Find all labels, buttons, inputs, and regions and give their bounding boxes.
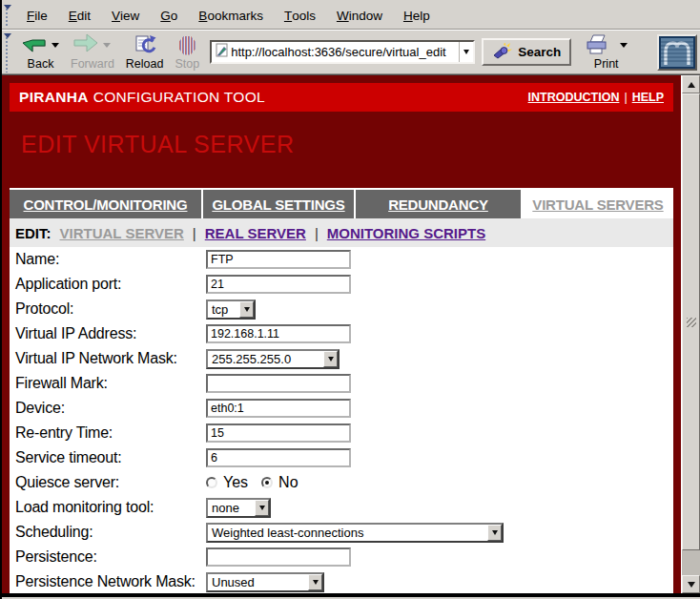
form-row: Firewall Mark: xyxy=(15,371,673,396)
navigation-toolbar: Back Forward xyxy=(2,30,700,74)
scrollbar-thumb[interactable] xyxy=(682,93,700,550)
device-input[interactable] xyxy=(206,399,351,418)
window-bottom-border xyxy=(2,593,700,599)
url-bookmark-icon[interactable] xyxy=(215,43,229,61)
form-row: Application port: xyxy=(15,272,673,297)
browser-window: File Edit View Go Bookmarks Tools Window… xyxy=(0,0,700,599)
scheduling-select[interactable]: Weighted least-connections xyxy=(206,523,504,543)
thumb-grip-icon xyxy=(687,318,696,327)
form-row: Load monitoring tool: none xyxy=(15,495,673,520)
form-row: Name: xyxy=(15,247,673,272)
menu-view[interactable]: View xyxy=(101,2,150,29)
introduction-link[interactable]: INTRODUCTION xyxy=(528,91,620,104)
stop-button[interactable]: Stop xyxy=(170,32,204,72)
browser-viewport: PIRANHA CONFIGURATION TOOL INTRODUCTION … xyxy=(2,74,700,593)
subnav-prefix: EDIT: xyxy=(15,225,51,241)
persistence-mask-select[interactable]: Unused xyxy=(206,572,324,592)
scroll-up-button[interactable] xyxy=(682,75,700,93)
virtual-ip-mask-select[interactable]: 255.255.255.0 xyxy=(206,349,340,369)
menu-help[interactable]: Help xyxy=(393,2,441,29)
reentry-time-label: Re-entry Time: xyxy=(15,424,206,442)
device-label: Device: xyxy=(15,400,206,417)
application-port-input[interactable] xyxy=(206,275,351,294)
tab-control-monitoring[interactable]: CONTROL/MONITORING xyxy=(10,190,201,218)
back-button[interactable]: Back xyxy=(17,32,64,72)
menu-bar: File Edit View Go Bookmarks Tools Window… xyxy=(2,2,700,30)
scheduling-label: Scheduling: xyxy=(15,524,206,541)
print-button[interactable]: Print xyxy=(580,32,632,72)
forward-button[interactable]: Forward xyxy=(66,32,119,72)
dropdown-arrow-icon xyxy=(323,351,338,367)
menu-window[interactable]: Window xyxy=(326,2,393,29)
form-row: Virtual IP Network Mask: 255.255.255.0 xyxy=(15,346,673,371)
form-row: Protocol: tcp xyxy=(15,297,673,321)
print-dropdown-caret-icon[interactable] xyxy=(620,43,628,48)
load-monitoring-select[interactable]: none xyxy=(206,498,271,518)
search-flashlight-icon xyxy=(492,43,513,62)
reload-button[interactable]: Reload xyxy=(121,32,169,72)
page-title: EDIT VIRTUAL SERVER xyxy=(21,130,673,158)
menu-go[interactable]: Go xyxy=(150,2,188,29)
stop-icon xyxy=(179,36,196,55)
tab-redundancy[interactable]: REDUNDANCY xyxy=(356,190,521,218)
reentry-time-input[interactable] xyxy=(206,423,351,443)
url-input[interactable] xyxy=(229,44,459,61)
subnav-monitoring-scripts-link[interactable]: MONITORING SCRIPTS xyxy=(327,225,485,241)
virtual-ip-input[interactable] xyxy=(206,324,351,343)
arrow-down-icon xyxy=(688,582,695,588)
form-row: Scheduling: Weighted least-connections xyxy=(15,520,673,545)
service-timeout-input[interactable] xyxy=(206,448,351,467)
form-row: Service timeout: xyxy=(15,445,673,470)
toolbar-grippy-icon[interactable] xyxy=(4,4,13,28)
dropdown-arrow-icon xyxy=(487,525,502,541)
url-bar[interactable] xyxy=(210,40,475,64)
menu-bookmarks[interactable]: Bookmarks xyxy=(188,2,274,29)
firewall-mark-input[interactable] xyxy=(206,374,351,393)
search-button[interactable]: Search xyxy=(482,38,571,66)
persistence-input[interactable] xyxy=(206,547,351,567)
virtual-server-form: Name: Application port: Protocol: tcp xyxy=(10,247,673,593)
chevron-down-icon xyxy=(463,50,469,54)
tab-virtual-servers[interactable]: VIRTUAL SERVERS xyxy=(523,190,673,218)
protocol-select[interactable]: tcp xyxy=(206,300,256,320)
form-row: Quiesce server: Yes No xyxy=(15,470,673,495)
form-row: Virtual IP Address: xyxy=(15,321,673,346)
url-history-dropdown[interactable] xyxy=(459,42,473,62)
name-input[interactable] xyxy=(206,250,351,269)
form-row: Device: xyxy=(15,396,673,421)
menu-tools[interactable]: Tools xyxy=(274,2,326,29)
tab-global-settings[interactable]: GLOBAL SETTINGS xyxy=(203,190,354,218)
scroll-down-button[interactable] xyxy=(682,575,700,593)
help-link[interactable]: HELP xyxy=(632,91,664,104)
piranha-page: PIRANHA CONFIGURATION TOOL INTRODUCTION … xyxy=(2,75,681,593)
back-dropdown-caret-icon[interactable] xyxy=(51,43,59,48)
form-row: Persistence: xyxy=(15,545,673,569)
subnav-virtual-server: VIRTUAL SERVER xyxy=(60,225,184,241)
print-icon xyxy=(585,33,609,58)
forward-arrow-icon xyxy=(73,33,98,57)
dropdown-arrow-icon xyxy=(255,500,269,516)
form-row: Persistence Network Mask: Unused xyxy=(15,569,673,593)
persistence-label: Persistence: xyxy=(15,548,206,566)
service-timeout-label: Service timeout: xyxy=(15,449,206,466)
quiesce-no-radio[interactable] xyxy=(261,477,273,488)
application-port-label: Application port: xyxy=(15,276,206,293)
menu-file[interactable]: File xyxy=(16,2,58,29)
quiesce-no-label: No xyxy=(278,474,298,491)
mozilla-logo[interactable] xyxy=(657,34,697,71)
menu-edit[interactable]: Edit xyxy=(58,2,101,29)
subnav-real-server-link[interactable]: REAL SERVER xyxy=(205,225,306,241)
edit-subnav: EDIT: VIRTUAL SERVER | REAL SERVER | MON… xyxy=(10,218,673,247)
vertical-scrollbar[interactable] xyxy=(681,75,700,593)
back-arrow-icon xyxy=(22,33,47,57)
quiesce-yes-label: Yes xyxy=(223,474,248,491)
protocol-label: Protocol: xyxy=(15,300,206,318)
quiesce-yes-radio[interactable] xyxy=(206,477,217,488)
scrollbar-track[interactable] xyxy=(682,93,700,575)
load-monitoring-label: Load monitoring tool: xyxy=(15,499,206,516)
reload-icon xyxy=(134,32,156,58)
dropdown-arrow-icon xyxy=(308,574,322,590)
brand-name: PIRANHA xyxy=(19,89,89,106)
virtual-ip-label: Virtual IP Address: xyxy=(15,325,206,342)
toolbar-grippy-icon[interactable] xyxy=(4,32,13,72)
